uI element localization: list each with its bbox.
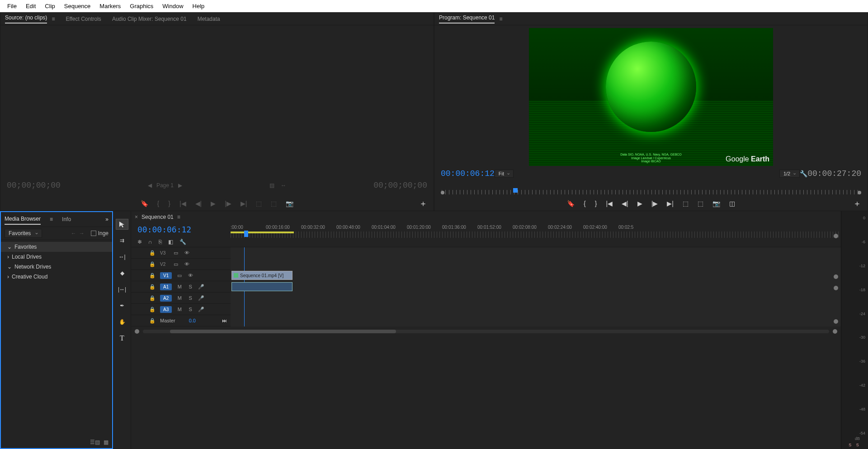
track-header-a2[interactable]: 🔒 A2 M S 🎤 <box>131 293 231 304</box>
program-marker-icon[interactable]: 🔖 <box>567 200 575 207</box>
menu-graphics[interactable]: Graphics <box>125 1 158 11</box>
program-goto-in-icon[interactable]: |◀ <box>606 200 613 207</box>
program-compare-icon[interactable]: ◫ <box>729 200 735 207</box>
program-out-icon[interactable]: } <box>595 200 597 207</box>
track-target-a1[interactable]: A1 <box>160 284 172 290</box>
timeline-close-icon[interactable]: × <box>135 214 138 220</box>
lock-icon[interactable]: 🔒 <box>149 284 156 290</box>
nav-fwd-icon[interactable]: → <box>79 230 85 236</box>
zoom-out-handle[interactable] <box>135 329 139 334</box>
list-view-icon[interactable]: ☰▤ <box>90 439 100 445</box>
type-tool-icon[interactable]: T <box>116 333 128 343</box>
source-overwrite-icon[interactable]: ⬚ <box>271 200 277 207</box>
source-export-frame-icon[interactable]: 📷 <box>286 200 293 207</box>
track-header-master[interactable]: 🔒 Master 0.0 ⏭ <box>131 315 231 326</box>
scrubber-end-dot[interactable] <box>858 191 861 194</box>
toggle-output-icon[interactable]: ▭ <box>173 250 179 256</box>
linked-sel-icon[interactable]: ⎘ <box>159 239 162 245</box>
voiceover-icon[interactable]: 🎤 <box>198 307 204 312</box>
track-header-v3[interactable]: 🔒 V3 ▭ 👁 <box>131 247 231 259</box>
source-goto-out-icon[interactable]: ▶| <box>241 200 247 207</box>
source-add-button-icon[interactable]: ＋ <box>419 198 427 209</box>
lock-icon[interactable]: 🔒 <box>149 250 156 256</box>
lock-icon[interactable]: 🔒 <box>149 295 156 301</box>
toggle-output-icon[interactable]: ▭ <box>176 273 183 279</box>
voiceover-icon[interactable]: 🎤 <box>198 284 204 290</box>
program-play-icon[interactable]: ▶ <box>637 200 642 207</box>
program-resolution-select[interactable]: 1/2 <box>779 170 800 178</box>
hand-tool-icon[interactable]: ✋ <box>116 317 128 327</box>
solo-button[interactable]: S <box>187 307 193 312</box>
timeline-ruler[interactable]: :00:0000:00:16:0000:00:32:00 00:00:48:00… <box>231 223 841 246</box>
program-extract-icon[interactable]: ⬚ <box>698 200 703 207</box>
audio-clip[interactable] <box>231 282 292 291</box>
program-step-back-icon[interactable]: ◀| <box>622 200 628 207</box>
timeline-tab-menu-icon[interactable]: ≡ <box>177 214 180 220</box>
source-step-fwd-icon[interactable]: |▶ <box>225 200 231 207</box>
timeline-timecode[interactable]: 00:00:06:12 <box>137 225 224 234</box>
tree-favorites[interactable]: ⌄Favorites <box>1 242 112 252</box>
tab-source[interactable]: Source: (no clips) <box>5 14 47 24</box>
media-browser-menu-icon[interactable]: ≡ <box>50 216 53 222</box>
track-target-a2[interactable]: A2 <box>160 295 172 302</box>
thumb-view-icon[interactable]: ▦ <box>104 439 108 445</box>
voiceover-icon[interactable]: 🎤 <box>198 295 204 301</box>
track-header-a3[interactable]: 🔒 A3 M S 🎤 <box>131 304 231 315</box>
tab-info[interactable]: Info <box>62 216 71 222</box>
program-timecode-current[interactable]: 00:00:06:12 <box>441 169 495 178</box>
program-add-button-icon[interactable]: ＋ <box>853 198 861 209</box>
program-tab-menu-icon[interactable]: ≡ <box>499 16 502 22</box>
lock-icon[interactable]: 🔒 <box>149 318 156 324</box>
eye-icon[interactable]: 👁 <box>184 261 190 267</box>
tab-media-browser[interactable]: Media Browser <box>5 214 41 225</box>
timeline-vscroll-mid2[interactable] <box>834 286 838 290</box>
source-out-icon[interactable]: } <box>168 200 170 207</box>
program-settings-icon[interactable]: 🔧 <box>800 170 807 177</box>
menu-sequence[interactable]: Sequence <box>60 1 95 11</box>
toggle-output-icon[interactable]: ▭ <box>173 261 179 267</box>
source-goto-in-icon[interactable]: |◀ <box>179 200 186 207</box>
source-fit-icon[interactable]: ↔ <box>281 182 286 189</box>
favorites-select[interactable]: Favorites <box>5 229 42 238</box>
eye-icon[interactable]: 👁 <box>187 273 193 278</box>
timeline-vscroll-bot[interactable] <box>834 319 838 324</box>
tab-program[interactable]: Program: Sequence 01 <box>439 14 495 24</box>
source-page-prev-icon[interactable]: ◀ <box>148 182 152 189</box>
tab-effect-controls[interactable]: Effect Controls <box>66 16 101 22</box>
program-export-frame-icon[interactable]: 📷 <box>712 200 720 207</box>
timeline-vscroll-top[interactable] <box>834 234 838 238</box>
loop-icon[interactable]: ⏭ <box>222 318 227 323</box>
eye-icon[interactable]: 👁 <box>184 250 190 255</box>
program-lift-icon[interactable]: ⬚ <box>683 200 689 207</box>
tab-sequence[interactable]: Sequence 01 <box>142 214 174 220</box>
scrubber-start-dot[interactable] <box>441 191 444 194</box>
lock-icon[interactable]: 🔒 <box>149 307 156 312</box>
ingest-checkbox[interactable] <box>91 231 96 236</box>
selection-tool-icon[interactable] <box>116 219 128 229</box>
track-target-v1[interactable]: V1 <box>160 272 172 279</box>
slip-tool-icon[interactable]: |↔| <box>116 284 128 294</box>
menu-window[interactable]: Window <box>158 1 188 11</box>
mute-button[interactable]: M <box>176 307 183 312</box>
solo-button[interactable]: S <box>187 284 193 289</box>
tab-audio-clip-mixer[interactable]: Audio Clip Mixer: Sequence 01 <box>112 16 187 22</box>
menu-help[interactable]: Help <box>188 1 209 11</box>
track-header-v1[interactable]: 🔒 V1 ▭ 👁 <box>131 270 231 281</box>
program-zoom-select[interactable]: Fit <box>495 170 514 178</box>
program-in-icon[interactable]: { <box>584 200 586 207</box>
meter-solo-labels[interactable]: S S <box>841 443 868 447</box>
timeline-vscroll-mid[interactable] <box>834 274 838 279</box>
ripple-edit-tool-icon[interactable]: ↔| <box>116 252 128 262</box>
source-page-next-icon[interactable]: ▶ <box>178 182 182 189</box>
tl-settings-icon[interactable]: 🔧 <box>179 239 186 245</box>
master-volume[interactable]: 0.0 <box>189 318 196 323</box>
tree-creative-cloud[interactable]: ›Creative Cloud <box>1 272 112 282</box>
timeline-playhead-handle-icon[interactable] <box>244 231 248 237</box>
zoom-thumb[interactable] <box>170 330 396 333</box>
scrubber-playhead-icon[interactable] <box>513 188 518 193</box>
source-step-back-icon[interactable]: ◀| <box>195 200 202 207</box>
menu-clip[interactable]: Clip <box>40 1 59 11</box>
track-header-v2[interactable]: 🔒 V2 ▭ 👁 <box>131 259 231 270</box>
source-list-icon[interactable]: ▤ <box>269 182 274 189</box>
tree-local-drives[interactable]: ›Local Drives <box>1 252 112 262</box>
